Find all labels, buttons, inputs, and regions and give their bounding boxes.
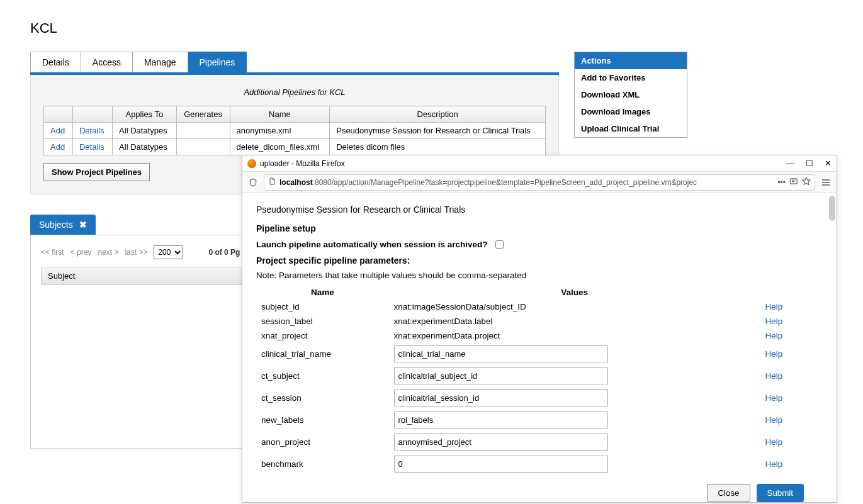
pager-first[interactable]: << first <box>41 248 64 257</box>
params-heading: Project specific pipeline parameters: <box>256 255 823 266</box>
show-project-pipelines-button[interactable]: Show Project Pipelines <box>43 163 150 181</box>
param-name: anon_project <box>256 431 389 453</box>
generates-cell <box>176 123 230 139</box>
param-input-benchmark[interactable] <box>394 456 608 461</box>
applies-cell: All Datatypes <box>113 123 177 139</box>
help-link[interactable]: Help <box>765 459 783 461</box>
col-blank1 <box>44 106 73 123</box>
add-link[interactable]: Add <box>50 142 65 152</box>
scrollbar[interactable] <box>829 196 835 221</box>
param-row: new_labels Help <box>256 409 823 431</box>
close-icon[interactable]: ✖ <box>79 220 87 230</box>
bookmark-icon[interactable] <box>802 177 811 188</box>
help-link[interactable]: Help <box>765 437 783 447</box>
url-host: localhost <box>279 178 313 187</box>
url-bar[interactable]: localhost:8080/app/action/ManagePipeline… <box>264 174 815 191</box>
help-link[interactable]: Help <box>765 349 783 359</box>
tab-bar: Details Access Manage Pipelines <box>30 52 559 75</box>
pager-status: 0 of 0 Pg <box>208 248 240 257</box>
pager-prev[interactable]: < prev <box>71 248 92 257</box>
reader-icon[interactable] <box>789 177 798 188</box>
param-input-clinical-trial-name[interactable] <box>394 345 608 362</box>
param-value: xnat:experimentData.label <box>389 314 760 328</box>
minimize-icon[interactable]: — <box>786 159 794 168</box>
param-row: xnat_project xnat:experimentData.project… <box>256 328 823 343</box>
firefox-icon <box>247 159 256 168</box>
table-row: Add Details All Datatypes anonymise.xml … <box>44 123 546 139</box>
page-size-select[interactable]: 200 <box>154 245 183 259</box>
col-name: Name <box>230 106 330 123</box>
table-row: Add Details All Datatypes delete_dicom_f… <box>44 139 546 155</box>
desc-cell: Deletes dicom files <box>330 139 546 155</box>
name-cell: delete_dicom_files.xml <box>230 139 330 155</box>
param-name: subject_id <box>256 300 389 314</box>
action-download-xml[interactable]: Download XML <box>575 86 687 103</box>
param-row: clinical_trial_name Help <box>256 343 823 365</box>
param-value: xnat:imageSessionData/subject_ID <box>389 300 760 314</box>
action-download-images[interactable]: Download Images <box>575 103 687 120</box>
subjects-label: Subjects <box>39 220 73 230</box>
pager-last[interactable]: last >> <box>125 248 147 257</box>
help-link[interactable]: Help <box>765 302 783 311</box>
url-path: /app/action/ManagePipeline?task=projectp… <box>332 178 697 187</box>
details-link[interactable]: Details <box>79 142 104 152</box>
help-link[interactable]: Help <box>765 331 783 340</box>
actions-box: Actions Add to Favorites Download XML Do… <box>574 52 687 138</box>
param-row: session_label xnat:experimentData.label … <box>256 314 823 328</box>
help-link[interactable]: Help <box>765 415 783 425</box>
param-row: ct_subject Help <box>256 365 823 387</box>
add-link[interactable]: Add <box>50 126 65 135</box>
firefox-window: uploader - Mozilla Firefox — ☐ ✕ localho… <box>242 155 837 461</box>
tab-subjects[interactable]: Subjects ✖ <box>30 215 96 235</box>
param-name: ct_session <box>256 387 389 409</box>
action-add-favorites[interactable]: Add to Favorites <box>575 69 687 86</box>
desc-cell: Pseudonymise Session for Research or Cli… <box>330 123 546 139</box>
help-link[interactable]: Help <box>765 371 783 381</box>
tab-manage[interactable]: Manage <box>133 52 188 72</box>
param-row: subject_id xnat:imageSessionData/subject… <box>256 300 823 314</box>
param-name: session_label <box>256 314 389 328</box>
pipeline-setup-heading: Pipeline setup <box>256 223 823 233</box>
params-table: Name Values subject_id xnat:imageSession… <box>256 285 823 461</box>
th-values: Values <box>389 285 760 300</box>
applies-cell: All Datatypes <box>113 139 177 155</box>
pipelines-table: Applies To Generates Name Description Ad… <box>43 106 546 155</box>
page-icon <box>268 177 276 187</box>
param-input-ct-session[interactable] <box>394 389 608 406</box>
launch-checkbox-label: Launch pipeline automatically when sessi… <box>256 240 488 249</box>
panel-caption: Additional Pipelines for KCL <box>43 87 546 97</box>
pager-next[interactable]: next > <box>98 248 118 257</box>
content-heading: Pseudonymise Session for Research or Cli… <box>256 204 823 215</box>
action-upload-clinical-trial[interactable]: Upload Clinical Trial <box>575 120 687 137</box>
shield-icon[interactable] <box>247 177 259 188</box>
details-link[interactable]: Details <box>79 126 104 135</box>
param-input-new-labels[interactable] <box>394 412 608 428</box>
close-window-icon[interactable]: ✕ <box>825 159 832 168</box>
param-name: benchmark <box>256 453 389 461</box>
tab-details[interactable]: Details <box>30 52 81 72</box>
name-cell: anonymise.xml <box>230 123 330 139</box>
actions-header: Actions <box>575 52 687 69</box>
param-row: benchmark Help <box>256 453 823 461</box>
param-name: new_labels <box>256 409 389 431</box>
params-note: Note: Parameters that take multiple valu… <box>256 271 823 280</box>
maximize-icon[interactable]: ☐ <box>806 159 813 168</box>
page-title: KCL <box>30 20 833 36</box>
th-name: Name <box>256 285 389 300</box>
col-blank2 <box>72 106 112 123</box>
param-name: xnat_project <box>256 328 389 343</box>
generates-cell <box>176 139 230 155</box>
tab-access[interactable]: Access <box>81 52 133 72</box>
param-input-ct-subject[interactable] <box>394 367 608 384</box>
browser-toolbar: localhost:8080/app/action/ManagePipeline… <box>242 172 837 193</box>
browser-content: Pseudonymise Session for Research or Cli… <box>242 193 837 461</box>
param-input-anon-project[interactable] <box>394 434 608 451</box>
param-name: clinical_trial_name <box>256 343 389 365</box>
menu-icon[interactable] <box>820 177 832 188</box>
launch-auto-checkbox[interactable] <box>495 240 504 249</box>
col-generates: Generates <box>176 106 230 123</box>
help-link[interactable]: Help <box>765 316 783 326</box>
ellipsis-icon[interactable]: ••• <box>777 178 786 187</box>
help-link[interactable]: Help <box>765 393 783 403</box>
tab-pipelines[interactable]: Pipelines <box>188 52 247 72</box>
